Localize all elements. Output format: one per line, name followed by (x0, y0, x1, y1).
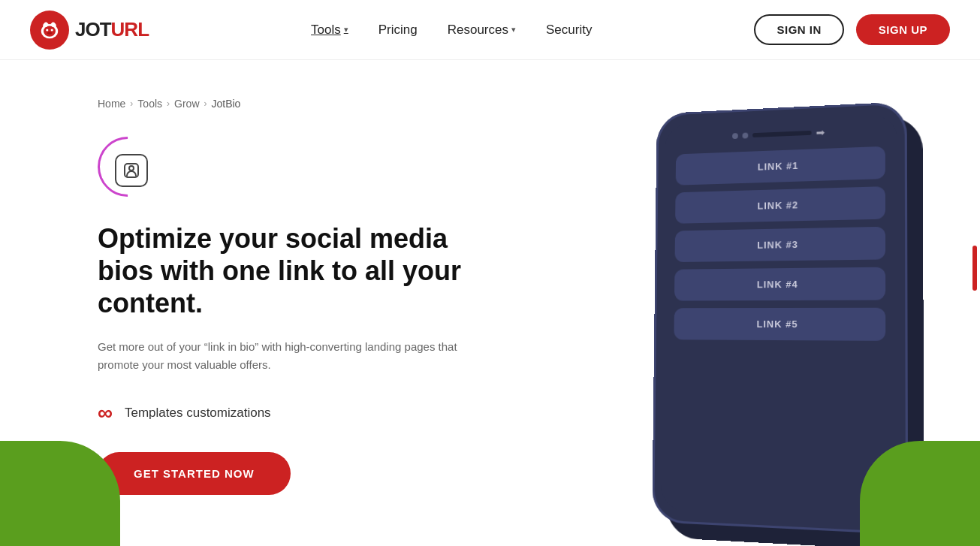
logo-url: URL (111, 18, 149, 41)
logo-jot: JOT (75, 18, 111, 41)
breadcrumb-current: JotBio (212, 98, 241, 110)
svg-point-8 (51, 22, 55, 26)
breadcrumb-sep-2: › (167, 98, 170, 109)
infinity-icon: ∞ (98, 401, 113, 425)
phone-dot-2 (743, 132, 749, 138)
wifi-icon: ➡ (816, 126, 825, 138)
chevron-down-icon: ▾ (344, 25, 348, 35)
logo-icon (30, 11, 69, 50)
main-nav: Tools ▾ Pricing Resources ▾ Security (311, 23, 592, 38)
breadcrumb-grow[interactable]: Grow (174, 98, 199, 110)
blob-right (860, 441, 980, 546)
logo[interactable]: JOTURL (30, 11, 149, 50)
phone-link-3: LINK #3 (675, 227, 886, 262)
signup-button[interactable]: SIGN UP (856, 14, 950, 45)
phone-link-2: LINK #2 (675, 186, 885, 224)
hero-heading: Optimize your social media bios with one… (98, 222, 488, 320)
chevron-down-icon: ▾ (511, 25, 516, 35)
breadcrumb-home[interactable]: Home (98, 98, 125, 110)
phone-speaker (752, 131, 812, 137)
breadcrumb-sep-3: › (204, 98, 207, 109)
breadcrumb-tools[interactable]: Tools (137, 98, 162, 110)
cta-button[interactable]: GET STARTED NOW (98, 452, 291, 495)
bio-icon-box (115, 154, 148, 187)
svg-point-5 (51, 29, 53, 31)
phone-link-1: LINK #1 (676, 146, 885, 186)
nav-resources[interactable]: Resources ▾ (448, 23, 516, 38)
logo-text: JOTURL (75, 18, 149, 41)
svg-point-4 (46, 29, 48, 31)
svg-point-6 (47, 32, 52, 34)
header: JOTURL Tools ▾ Pricing Resources ▾ Secur… (0, 0, 980, 60)
logo-dog-icon (38, 18, 62, 42)
feature-label: Templates customizations (125, 406, 271, 421)
hero-subtext: Get more out of your “link in bio” with … (98, 338, 458, 374)
feature-icon-container (98, 137, 165, 204)
breadcrumb: Home › Tools › Grow › JotBio (98, 98, 563, 110)
nav-security[interactable]: Security (546, 23, 592, 38)
svg-point-7 (44, 22, 48, 26)
phone-link-4: LINK #4 (674, 267, 885, 301)
hero-content: Home › Tools › Grow › JotBio Optimize yo… (98, 90, 563, 546)
phone-links-list: LINK #1 LINK #2 LINK #3 LINK #4 LINK #5 (662, 140, 898, 347)
phone-screen: ➡ LINK #1 LINK #2 LINK #3 LINK #4 LINK #… (661, 114, 899, 522)
signin-button[interactable]: SIGN IN (754, 14, 843, 45)
main-content: Home › Tools › Grow › JotBio Optimize yo… (0, 60, 980, 546)
phone-link-5: LINK #5 (674, 308, 885, 341)
nav-tools[interactable]: Tools ▾ (311, 23, 348, 38)
header-actions: SIGN IN SIGN UP (754, 14, 950, 45)
bio-icon (122, 161, 140, 179)
nav-pricing[interactable]: Pricing (378, 23, 418, 38)
svg-point-3 (44, 26, 56, 36)
breadcrumb-sep-1: › (130, 98, 133, 109)
feature-item: ∞ Templates customizations (98, 401, 563, 425)
scroll-indicator[interactable] (972, 246, 977, 291)
phone-dot-1 (732, 133, 738, 139)
svg-point-10 (129, 166, 134, 170)
